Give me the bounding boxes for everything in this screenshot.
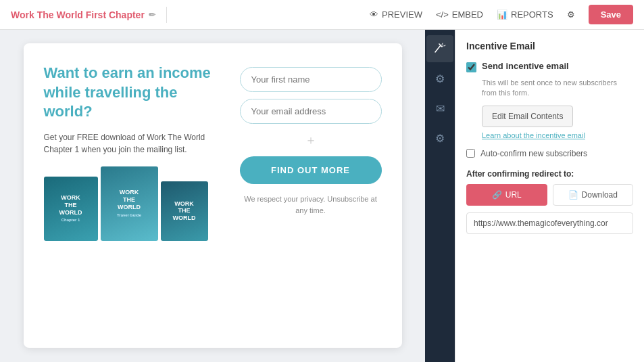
- cta-button[interactable]: FIND OUT More: [240, 156, 382, 184]
- form-left: Want to earn an income while travelling …: [44, 64, 220, 327]
- redirect-buttons: 🔗 URL 📄 Download: [466, 184, 633, 206]
- right-panel: Incentive Email Send incentive email Thi…: [455, 30, 644, 362]
- reports-button[interactable]: 📊 REPORTS: [497, 9, 553, 20]
- embed-icon: </>: [436, 9, 449, 20]
- page-title: Work The World First Chapter ✏: [11, 9, 155, 20]
- auto-confirm-checkbox[interactable]: [466, 149, 475, 158]
- sidebar-icon-magic[interactable]: [426, 35, 453, 62]
- url-redirect-button[interactable]: 🔗 URL: [466, 184, 547, 206]
- auto-confirm-label: Auto-confirm new subscribers: [480, 149, 587, 158]
- wand-icon: [434, 43, 446, 55]
- send-incentive-row: Send incentive email: [466, 61, 633, 72]
- sidebar-icon-email[interactable]: ✉: [426, 95, 453, 122]
- book-image-2: WORKTHEWORLD Travel Guide: [101, 166, 158, 241]
- book1-label: WORKTHEWORLD: [59, 194, 82, 216]
- edit-title-icon[interactable]: ✏: [149, 10, 155, 20]
- book3-label: WORKTHEWORLD: [173, 200, 196, 222]
- redirect-url-input[interactable]: [466, 212, 633, 234]
- add-field-separator[interactable]: ＋: [240, 132, 382, 148]
- send-incentive-label: Send incentive email: [482, 61, 569, 71]
- sidebar-icon-settings[interactable]: ⚙: [426, 65, 453, 92]
- preview-button[interactable]: 👁 PREVIEW: [370, 9, 422, 20]
- topbar-divider: [166, 7, 167, 23]
- download-redirect-button[interactable]: 📄 Download: [553, 184, 634, 206]
- preview-area: Want to earn an income while travelling …: [0, 30, 425, 362]
- panel-title: Incentive Email: [466, 41, 633, 51]
- form-body-text: Get your FREE download of Work The World…: [44, 131, 220, 156]
- auto-confirm-row: Auto-confirm new subscribers: [466, 149, 633, 158]
- sidebar-icons: ⚙ ✉ ⚙: [425, 30, 455, 362]
- settings-icon-btn[interactable]: ⚙: [567, 9, 575, 20]
- book-images: WORKTHEWORLD Chapter 1 WORKTHEWORLD Trav…: [44, 166, 220, 241]
- topbar: Work The World First Chapter ✏ 👁 PREVIEW…: [0, 0, 644, 30]
- download-icon: 📄: [568, 190, 578, 200]
- gear-icon: ⚙: [567, 9, 575, 20]
- learn-link[interactable]: Learn about the incentive email: [482, 131, 633, 139]
- form-heading: Want to earn an income while travelling …: [44, 64, 220, 122]
- form-right: ＋ FIND OUT More We respect your privacy.…: [240, 64, 382, 327]
- email-input[interactable]: [240, 99, 382, 124]
- book-image-1: WORKTHEWORLD Chapter 1: [44, 177, 98, 241]
- book-image-3: WORKTHEWORLD: [161, 181, 208, 241]
- form-card: Want to earn an income while travelling …: [24, 43, 402, 348]
- first-name-input[interactable]: [240, 67, 382, 92]
- book2-label: WORKTHEWORLD: [117, 189, 141, 210]
- embed-button[interactable]: </> EMBED: [436, 9, 483, 20]
- redirect-label: After confirming redirect to:: [466, 169, 633, 179]
- topbar-actions: 👁 PREVIEW </> EMBED 📊 REPORTS ⚙ Save: [370, 5, 633, 24]
- main-layout: Want to earn an income while travelling …: [0, 30, 644, 362]
- link-icon: 🔗: [492, 190, 502, 200]
- reports-icon: 📊: [497, 9, 507, 20]
- preview-icon: 👁: [370, 9, 378, 20]
- privacy-text: We respect your privacy. Unsubscribe at …: [240, 194, 382, 216]
- sidebar-icon-integrations[interactable]: ⚙: [426, 125, 453, 152]
- send-incentive-checkbox[interactable]: [466, 62, 476, 72]
- edit-email-button[interactable]: Edit Email Contents: [482, 106, 573, 127]
- save-button[interactable]: Save: [589, 5, 633, 24]
- incentive-hint: This will be sent once to new subscriber…: [482, 78, 633, 99]
